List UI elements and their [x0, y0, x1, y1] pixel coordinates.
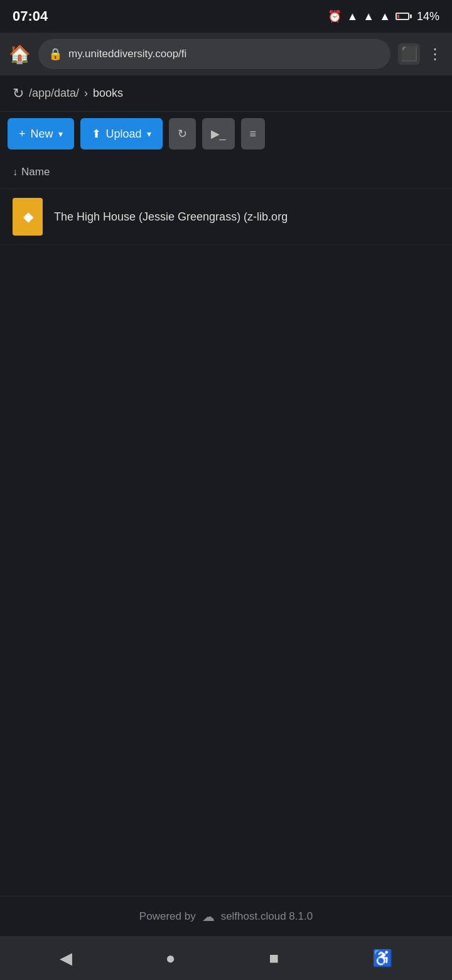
- list-item[interactable]: ◆ The High House (Jessie Greengrass) (z-…: [0, 189, 452, 245]
- back-icon: ◀: [60, 949, 72, 967]
- recents-icon: ■: [269, 949, 279, 967]
- breadcrumb-current[interactable]: books: [93, 87, 123, 100]
- breadcrumb-path[interactable]: /app/data/: [29, 87, 79, 100]
- plus-icon: +: [19, 128, 26, 141]
- refresh-icon[interactable]: ↻: [13, 85, 24, 102]
- epub-symbol: ◆: [23, 209, 33, 224]
- lock-icon: 🔒: [48, 47, 62, 61]
- status-icons: ⏰ ▲ ▲ ▲ 14%: [328, 9, 439, 23]
- cloud-icon: ☁: [202, 909, 215, 924]
- menu-icon: ≡: [250, 128, 257, 141]
- terminal-button[interactable]: ▶_: [202, 118, 235, 150]
- chevron-icon: ›: [84, 87, 88, 100]
- status-bar: 07:04 ⏰ ▲ ▲ ▲ 14%: [0, 0, 452, 33]
- url-box[interactable]: 🔒 my.uniteddiversity.coop/fi: [38, 39, 390, 69]
- accessibility-icon: ♿: [372, 949, 392, 967]
- file-list: ↓ Name ◆ The High House (Jessie Greengra…: [0, 156, 452, 570]
- empty-area: [0, 570, 452, 896]
- file-list-header[interactable]: ↓ Name: [0, 156, 452, 189]
- refresh-button[interactable]: ↻: [169, 118, 196, 150]
- wifi-icon: ▲: [347, 10, 358, 23]
- new-button[interactable]: + New ▾: [8, 118, 74, 150]
- browser-menu-icon[interactable]: ⋮: [428, 45, 443, 63]
- new-label: New: [31, 128, 53, 141]
- signal-icon-1: ▲: [363, 10, 374, 23]
- powered-by-label: Powered by: [139, 910, 196, 923]
- epub-icon: ◆: [13, 198, 43, 236]
- browser-bar: 🏠 🔒 my.uniteddiversity.coop/fi ⬛ ⋮: [0, 33, 452, 75]
- breadcrumb: ↻ /app/data/ › books: [0, 75, 452, 112]
- menu-button[interactable]: ≡: [241, 118, 266, 150]
- home-button[interactable]: ●: [153, 942, 188, 974]
- toolbar: + New ▾ ⬆ Upload ▾ ↻ ▶_ ≡: [0, 112, 452, 156]
- terminal-icon: ▶_: [211, 127, 226, 141]
- alarm-icon: ⏰: [328, 9, 342, 23]
- file-name: The High House (Jessie Greengrass) (z-li…: [54, 210, 288, 224]
- battery-icon: [396, 13, 412, 20]
- home-icon[interactable]: 🏠: [9, 44, 31, 65]
- cloud-version: selfhost.cloud 8.1.0: [221, 910, 313, 923]
- upload-button[interactable]: ⬆ Upload ▾: [80, 118, 163, 150]
- url-text: my.uniteddiversity.coop/fi: [68, 48, 380, 60]
- battery-percent: 14%: [417, 10, 439, 23]
- home-nav-icon: ●: [166, 949, 176, 967]
- nav-bar: ◀ ● ■ ♿: [0, 936, 452, 980]
- sort-arrow-icon: ↓: [13, 166, 18, 178]
- back-button[interactable]: ◀: [47, 942, 85, 974]
- upload-icon: ⬆: [92, 127, 101, 141]
- footer: Powered by ☁ selfhost.cloud 8.1.0: [0, 896, 452, 936]
- accessibility-button[interactable]: ♿: [360, 942, 405, 974]
- upload-label: Upload: [106, 128, 142, 141]
- new-chevron-icon: ▾: [58, 129, 63, 139]
- upload-chevron-icon: ▾: [147, 129, 151, 139]
- refresh-icon: ↻: [178, 127, 187, 141]
- signal-icon-2: ▲: [379, 10, 390, 23]
- cast-icon[interactable]: ⬛: [398, 43, 420, 65]
- sort-label: Name: [21, 166, 50, 178]
- status-time: 07:04: [13, 8, 48, 24]
- recents-button[interactable]: ■: [257, 942, 292, 974]
